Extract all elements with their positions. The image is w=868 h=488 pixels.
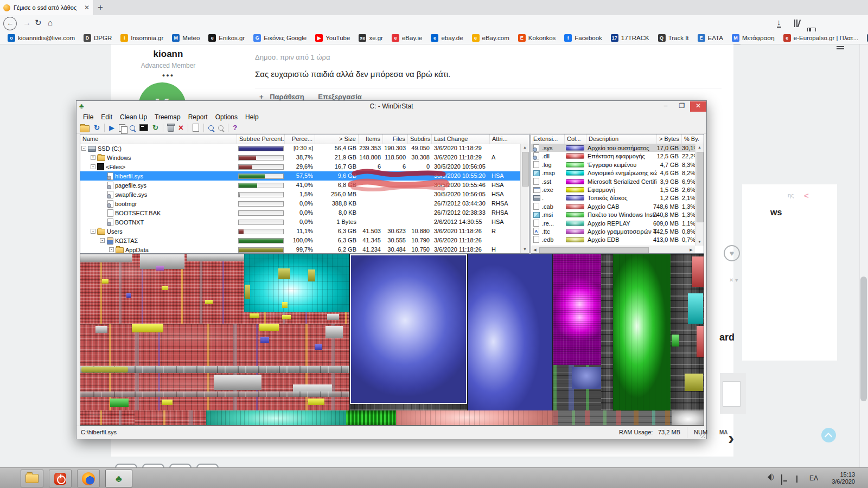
- bookmark-item[interactable]: Μ Μετάφραση: [729, 33, 778, 43]
- bookmark-item[interactable]: xe xe.gr: [355, 33, 386, 43]
- bookmark-item[interactable]: o kioannidis@live.com: [4, 33, 78, 43]
- expander-icon[interactable]: -: [91, 164, 95, 169]
- bookmark-item[interactable]: e e-Europalso.gr | Πλατ...: [780, 33, 861, 43]
- bookmark-item[interactable]: Η Ηλεκτρονική Σχολική ...: [864, 33, 868, 43]
- expander-icon[interactable]: -: [109, 247, 114, 252]
- expander-icon[interactable]: -: [100, 238, 105, 243]
- refresh-all-icon[interactable]: ↻: [94, 124, 100, 132]
- bookmark-item[interactable]: e eBay.com: [469, 33, 513, 43]
- downloads-button[interactable]: ↓: [777, 17, 781, 28]
- zoom-in-icon[interactable]: [208, 125, 214, 131]
- bookmark-item[interactable]: Q Track It: [655, 33, 692, 43]
- bookmark-item[interactable]: f Facebook: [561, 33, 605, 43]
- bookmark-item[interactable]: M Meteo: [169, 33, 203, 43]
- expander-icon[interactable]: +: [91, 155, 95, 160]
- extension-row[interactable]: .exe Εφαρμογή 1,5 GB 2,6%: [531, 185, 695, 194]
- extension-row[interactable]: .dll Επέκταση εφαρμογής 12,5 GB 22,2%: [531, 152, 695, 160]
- treemap-cyan-block[interactable]: [244, 254, 349, 312]
- bookmark-item[interactable]: D DPGR: [80, 33, 115, 43]
- bookmark-item[interactable]: e Enikos.gr: [205, 33, 248, 43]
- bookmark-item[interactable]: Ε ΕΛΤΑ: [694, 33, 726, 43]
- home-button[interactable]: ⌂: [48, 18, 53, 27]
- browser-tab[interactable]: Γέμισε ο ssd από λάθος εγκατά ✕: [0, 0, 93, 15]
- library-button[interactable]: [794, 20, 801, 27]
- directory-row[interactable]: - Users 11,1% 6,3 GB 41.503 30.623 10.88…: [80, 227, 520, 236]
- taskbar-firefox-button[interactable]: [77, 470, 100, 487]
- directory-list-scrollbar[interactable]: ▲ ▼: [520, 144, 529, 253]
- next-topic-arrow[interactable]: ›: [728, 427, 734, 448]
- directory-row[interactable]: swapfile.sys 1,5% 256,0 MB 30/5/2020 10:…: [80, 190, 520, 199]
- recycle-icon[interactable]: [168, 125, 174, 132]
- directory-list-header[interactable]: Name Subtree Percent... Perce... > Size …: [80, 134, 529, 144]
- directory-row[interactable]: BOOTNXT 0,0% 1 Bytes 2/6/2012 14:30:55 H…: [80, 217, 520, 227]
- menu-item[interactable]: Edit: [98, 112, 116, 122]
- directory-list[interactable]: - SSD (C:) [0:30 s] 56,4 GB 239.353 190.…: [80, 144, 520, 253]
- follow-heart-icon[interactable]: ♥: [724, 245, 740, 261]
- expander-icon[interactable]: -: [91, 229, 95, 234]
- treemap[interactable]: [80, 254, 704, 426]
- bookmark-item[interactable]: e eBay.ie: [388, 33, 426, 43]
- directory-row[interactable]: bootmgr 0,0% 388,8 KB 26/7/2012 03:44:30…: [80, 199, 520, 208]
- extension-row[interactable]: .msi Πακέτο του Windows Install... 740,8…: [531, 210, 695, 219]
- copy-icon[interactable]: [119, 124, 125, 132]
- extension-row[interactable]: .ttc Αρχείο γραμματοσειρών Tr... 442,5 M…: [531, 227, 695, 235]
- new-tab-button[interactable]: +: [98, 2, 103, 13]
- menu-item[interactable]: Clean Up: [117, 112, 150, 122]
- extension-row[interactable]: .sys Αρχείο του συστήματος 17,0 GB 30,1%: [531, 144, 695, 152]
- delete-icon[interactable]: ×: [178, 124, 183, 132]
- bookmark-item[interactable]: e ebay.de: [427, 33, 466, 43]
- resume-icon[interactable]: ▶: [109, 124, 114, 132]
- directory-row[interactable]: - SSD (C:) [0:30 s] 56,4 GB 239.353 190.…: [80, 144, 520, 153]
- directory-row[interactable]: - <Files> 29,6% 16,7 GB 6 6 0 30/5/2020 …: [80, 162, 520, 171]
- share-icon[interactable]: <: [804, 191, 809, 200]
- properties-icon[interactable]: [193, 124, 199, 132]
- tab-close-icon[interactable]: ✕: [84, 4, 90, 11]
- network-icon[interactable]: [781, 474, 782, 485]
- directory-row[interactable]: - AppData 99,7% 6,2 GB 41.234 30.484 10.…: [80, 245, 520, 254]
- zoom-out-icon[interactable]: [218, 125, 224, 131]
- extension-list-header[interactable]: Extensi... Col... Description > Bytes % …: [531, 134, 704, 144]
- clock[interactable]: 15:13 3/6/2020: [822, 471, 855, 485]
- browser-scrollbar[interactable]: [859, 44, 868, 467]
- taskbar-windirstat-button[interactable]: ♣: [105, 470, 132, 487]
- extension-row[interactable]: .re... Αρχείο REPLAY 609,0 MB 1,1%: [531, 219, 695, 227]
- treemap-red-region[interactable]: [80, 324, 349, 366]
- extension-row[interactable]: .msp Λογισμικό ενημέρωσης κώ... 4,6 GB 8…: [531, 169, 695, 177]
- directory-row[interactable]: BOOTSECT.BAK 0,0% 8,0 KB 26/7/2012 02:38…: [80, 208, 520, 217]
- bookmark-item[interactable]: I Insomnia.gr: [117, 33, 167, 43]
- expander-icon[interactable]: -: [81, 146, 86, 151]
- extension-row[interactable]: .edb Αρχείο EDB 413,0 MB 0,7%: [531, 235, 695, 243]
- menu-item[interactable]: File: [80, 112, 97, 122]
- help-icon[interactable]: ?: [233, 124, 237, 132]
- explorer-here-icon[interactable]: [130, 125, 135, 131]
- directory-row[interactable]: + Windows 38,7% 21,9 GB 148.808 118.500 …: [80, 153, 520, 162]
- bookmark-item[interactable]: ▶ YouTube: [312, 33, 353, 43]
- extension-row[interactable]: . Τοπικός δίσκος 1,2 GB 2,1%: [531, 194, 695, 202]
- menu-item[interactable]: Options: [212, 112, 241, 122]
- menu-item[interactable]: Treemap: [151, 112, 184, 122]
- taskbar-power-button[interactable]: [49, 470, 72, 487]
- forward-button[interactable]: →: [23, 18, 31, 27]
- refresh-selected-icon[interactable]: ↻: [152, 124, 158, 132]
- window-title-bar[interactable]: ♣ C: - WinDirStat – ❐ ✕: [76, 101, 706, 112]
- taskbar-explorer-button[interactable]: [21, 470, 43, 487]
- treemap-block-hiberfil-selected[interactable]: [350, 254, 467, 404]
- extension-row[interactable]: .log Έγγραφο κειμένου 4,7 GB 8,3%: [531, 160, 695, 169]
- extension-list-scrollbar[interactable]: ▲ ▼: [695, 144, 704, 246]
- treemap-magenta-block[interactable]: [553, 311, 601, 365]
- bookmark-item[interactable]: E Kokorikos: [515, 33, 559, 43]
- language-indicator[interactable]: ΕΛ: [809, 474, 818, 482]
- extension-row[interactable]: .cab Αρχείο CAB 748,6 MB 1,3%: [531, 202, 695, 210]
- quote-plus-icon[interactable]: +: [259, 93, 264, 101]
- post-author[interactable]: kioann: [122, 49, 214, 60]
- bookmark-item[interactable]: 17 17TRACK: [608, 33, 653, 43]
- directory-row[interactable]: pagefile.sys 41,0% 6,8 GB 30/5/2020 10:5…: [80, 181, 520, 190]
- quote-button[interactable]: Παράθεση: [270, 93, 304, 101]
- extension-list-hscrollbar[interactable]: ◀ ▶: [531, 246, 695, 253]
- treemap-green-block[interactable]: [613, 254, 671, 410]
- menu-item[interactable]: Help: [242, 112, 262, 122]
- menu-item[interactable]: Report: [185, 112, 211, 122]
- directory-row[interactable]: - ΚΩΣΤΑΣ 100,0% 6,3 GB 41.345 30.555 10.…: [80, 236, 520, 245]
- directory-row[interactable]: hiberfil.sys 57,5% 9,6 GB 30/5/2020 10:5…: [80, 171, 520, 181]
- bookmark-item[interactable]: G Εικόνες Google: [250, 33, 310, 43]
